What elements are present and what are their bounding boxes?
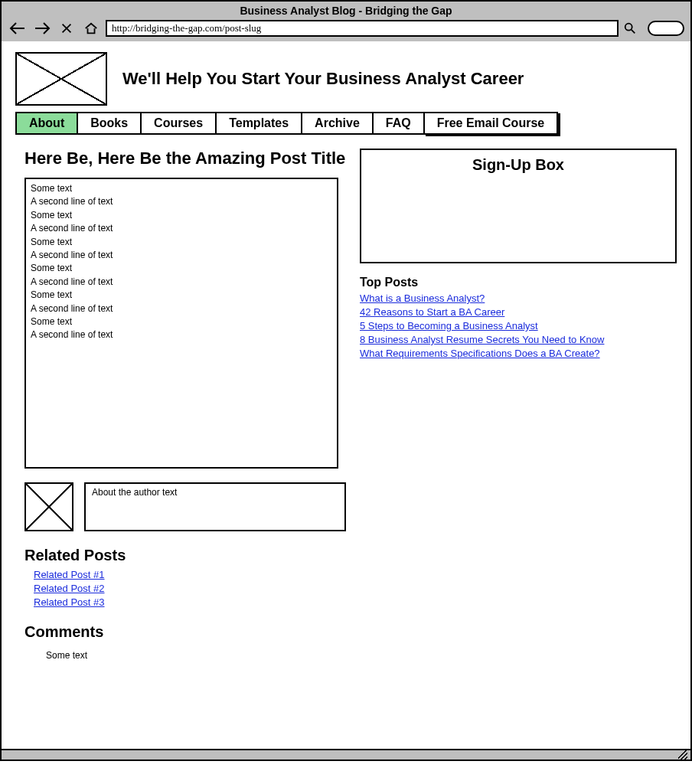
related-heading: Related Posts [24,547,346,564]
nav-tab-free-email-course[interactable]: Free Email Course [423,112,559,135]
nav-tab-books[interactable]: Books [77,112,140,135]
top-posts-heading: Top Posts [360,276,677,289]
top-posts-list: What is a Business Analyst?42 Reasons to… [360,292,677,359]
page-viewport: We'll Help You Start Your Business Analy… [0,41,692,761]
signup-title: Sign-Up Box [472,156,564,173]
post-title: Here Be, Here Be the Amazing Post Title [24,149,346,168]
post-body-line: A second line of text [31,195,332,208]
search-field[interactable] [648,21,684,36]
window-title: Business Analyst Blog - Bridging the Gap [8,3,684,20]
resize-grip-icon[interactable] [678,750,687,760]
post-body-line: Some text [31,182,332,195]
status-bar [2,749,690,760]
nav-tab-about[interactable]: About [15,112,77,135]
top-post-link[interactable]: 8 Business Analyst Resume Secrets You Ne… [360,334,677,345]
back-button[interactable] [8,20,28,37]
post-body-line: Some text [31,315,332,328]
post-body-line: A second line of text [31,222,332,235]
nav-tab-archive[interactable]: Archive [301,112,372,135]
nav-tab-faq[interactable]: FAQ [372,112,423,135]
post-body-line: Some text [31,209,332,222]
top-post-link[interactable]: 5 Steps to Becoming a Business Analyst [360,320,677,332]
nav-tab-templates[interactable]: Templates [215,112,301,135]
related-post-link[interactable]: Related Post #1 [34,569,346,580]
primary-nav: AboutBooksCoursesTemplatesArchiveFAQFree… [15,112,677,135]
signup-box[interactable]: Sign-Up Box [360,149,677,263]
comments-heading: Comments [24,623,346,641]
post-body-line: Some text [31,289,332,302]
browser-chrome: Business Analyst Blog - Bridging the Gap [0,0,692,41]
forward-button[interactable] [32,20,52,37]
site-logo[interactable] [15,52,107,106]
author-bio: About the author text [84,482,346,531]
post-body-line: A second line of text [31,328,332,341]
post-body: Some textA second line of textSome textA… [24,178,338,469]
site-tagline: We'll Help You Start Your Business Analy… [122,69,524,89]
url-bar[interactable] [106,20,619,37]
top-post-link[interactable]: 42 Reasons to Start a BA Career [360,306,677,318]
related-post-link[interactable]: Related Post #2 [34,583,346,594]
search-icon[interactable] [623,21,637,35]
top-post-link[interactable]: What is a Business Analyst? [360,292,677,304]
stop-button[interactable] [57,20,77,37]
post-body-line: A second line of text [31,249,332,262]
post-body-line: Some text [31,262,332,275]
author-avatar [24,482,73,531]
svg-point-0 [625,24,632,31]
comments-body: Some text [46,650,346,661]
related-post-link[interactable]: Related Post #3 [34,596,346,608]
home-button[interactable] [81,20,101,37]
related-posts-list: Related Post #1Related Post #2Related Po… [24,569,346,608]
nav-tab-courses[interactable]: Courses [140,112,215,135]
top-post-link[interactable]: What Requirements Specifications Does a … [360,348,677,359]
post-body-line: A second line of text [31,302,332,315]
post-body-line: A second line of text [31,276,332,289]
post-body-line: Some text [31,236,332,249]
